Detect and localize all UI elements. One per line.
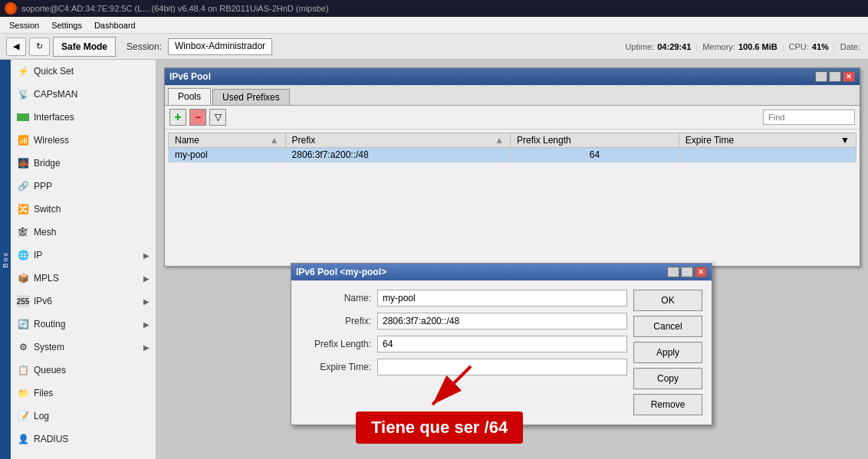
- top-bar: soporte@C4:AD:34:7E:92:5C (L... (64bit) …: [0, 0, 868, 17]
- tab-used-prefixes[interactable]: Used Prefixes: [212, 89, 290, 105]
- menu-dashboard[interactable]: Dashboard: [88, 19, 142, 31]
- name-label: Name:: [301, 293, 377, 303]
- capsman-icon: 📡: [17, 88, 29, 100]
- sidebar-label-interfaces: Interfaces: [34, 112, 74, 123]
- sidebar-item-quick-set[interactable]: ⚡ Quick Set: [11, 60, 156, 83]
- window-controls: _ □ ✕: [815, 71, 855, 82]
- session-label: Session:: [127, 41, 162, 52]
- sidebar-item-system[interactable]: ⚙ System ▶: [11, 336, 156, 359]
- sidebar-label-ipv6: IPv6: [34, 296, 52, 307]
- sidebar: ⚡ Quick Set 📡 CAPsMAN Interfaces 📶 Wirel…: [11, 60, 156, 459]
- sidebar-item-ipv6[interactable]: 255 IPv6 ▶: [11, 290, 156, 313]
- bridge-icon: 🌉: [17, 157, 29, 169]
- mesh-icon: 🕸: [17, 226, 29, 238]
- back-button[interactable]: ◀: [6, 38, 26, 56]
- dialog-maximize-button[interactable]: □: [681, 267, 693, 277]
- sidebar-item-ip[interactable]: 🌐 IP ▶: [11, 244, 156, 267]
- uptime-label: Uptime:: [625, 42, 654, 51]
- name-input[interactable]: [377, 290, 627, 307]
- filter-button[interactable]: ▽: [209, 109, 226, 126]
- sidebar-item-log[interactable]: 📝 Log: [11, 405, 156, 428]
- winbox-label: Box: [2, 251, 9, 268]
- remove-button[interactable]: Remove: [633, 394, 702, 415]
- sidebar-label-routing: Routing: [34, 319, 65, 329]
- switch-icon: 🔀: [17, 203, 29, 215]
- pool-table-container: Name ▲ Prefix ▲ Prefix Length: [165, 130, 860, 166]
- sidebar-item-mpls[interactable]: 📦 MPLS ▶: [11, 267, 156, 290]
- dialog-body: Name: Prefix: Prefix Length: Expire Time…: [291, 280, 712, 425]
- sidebar-item-mesh[interactable]: 🕸 Mesh: [11, 221, 156, 244]
- sidebar-item-switch[interactable]: 🔀 Switch: [11, 198, 156, 221]
- dialog-close-button[interactable]: ✕: [695, 267, 707, 277]
- find-input[interactable]: [763, 110, 855, 125]
- dialog-minimize-button[interactable]: _: [667, 267, 679, 277]
- refresh-button[interactable]: ↻: [29, 38, 50, 56]
- maximize-button[interactable]: □: [829, 71, 841, 82]
- col-name[interactable]: Name ▲: [169, 133, 286, 148]
- memory-value: 100.6 MiB: [738, 42, 778, 51]
- ipv6-pool-titlebar: IPv6 Pool _ □ ✕: [165, 68, 860, 85]
- col-expire-time[interactable]: Expire Time ▼: [679, 133, 856, 148]
- add-pool-button[interactable]: +: [169, 109, 186, 126]
- remove-pool-button[interactable]: −: [189, 109, 206, 126]
- sidebar-item-files[interactable]: 📁 Files: [11, 382, 156, 405]
- sidebar-item-routing[interactable]: 🔄 Routing ▶: [11, 313, 156, 336]
- memory-label: Memory:: [702, 42, 735, 51]
- quick-set-icon: ⚡: [17, 65, 29, 77]
- table-row[interactable]: my-pool 2806:3f7:a200::/48 64: [169, 148, 856, 162]
- svg-line-1: [432, 366, 471, 405]
- dialog-controls: _ □ ✕: [667, 267, 707, 277]
- ipv6-pool-title: IPv6 Pool: [169, 71, 815, 82]
- mpls-icon: 📦: [17, 272, 29, 284]
- routing-icon: 🔄: [17, 318, 29, 330]
- menu-session[interactable]: Session: [3, 19, 45, 31]
- close-button[interactable]: ✕: [843, 71, 855, 82]
- tab-pools[interactable]: Pools: [168, 88, 211, 105]
- cancel-button[interactable]: Cancel: [633, 316, 702, 337]
- apply-button[interactable]: Apply: [633, 342, 702, 363]
- queues-icon: 📋: [17, 364, 29, 376]
- expire-time-label: Expire Time:: [301, 362, 377, 372]
- session-name: Winbox-Administrador: [168, 38, 272, 55]
- sidebar-label-mpls: MPLS: [34, 273, 59, 284]
- sidebar-item-capsman[interactable]: 📡 CAPsMAN: [11, 83, 156, 106]
- log-icon: 📝: [17, 410, 29, 422]
- safe-mode-button[interactable]: Safe Mode: [53, 37, 116, 57]
- sidebar-item-radius[interactable]: 👤 RADIUS: [11, 428, 156, 451]
- col-prefix[interactable]: Prefix ▲: [285, 133, 510, 148]
- red-arrow-svg: [409, 359, 501, 420]
- pool-toolbar: + − ▽: [165, 106, 860, 130]
- sidebar-item-ppp[interactable]: 🔗 PPP: [11, 175, 156, 198]
- sidebar-label-bridge: Bridge: [34, 158, 61, 169]
- prefix-length-input[interactable]: [377, 336, 627, 352]
- row-prefix-length: 64: [511, 148, 679, 162]
- sidebar-item-interfaces[interactable]: Interfaces: [11, 106, 156, 129]
- prefix-sort-icon: ▲: [495, 135, 504, 146]
- sidebar-label-mesh: Mesh: [34, 227, 56, 238]
- menu-bar: Session Settings Dashboard: [0, 17, 868, 34]
- prefix-input[interactable]: [377, 313, 627, 329]
- cpu-value: 41%: [812, 42, 829, 51]
- dropdown-icon[interactable]: ▼: [840, 135, 850, 146]
- pool-table: Name ▲ Prefix ▲ Prefix Length: [168, 133, 856, 162]
- sidebar-label-ppp: PPP: [34, 181, 52, 192]
- cpu-label: CPU:: [789, 42, 809, 51]
- sidebar-label-quick-set: Quick Set: [34, 66, 74, 77]
- ipv6-dialog-titlebar: IPv6 Pool <my-pool> _ □ ✕: [291, 264, 712, 280]
- system-icon: ⚙: [17, 341, 29, 353]
- sidebar-label-system: System: [34, 342, 64, 352]
- ok-button[interactable]: OK: [633, 290, 702, 311]
- col-prefix-length[interactable]: Prefix Length: [511, 133, 679, 148]
- sidebar-item-queues[interactable]: 📋 Queues: [11, 359, 156, 382]
- row-name: my-pool: [169, 148, 286, 162]
- minimize-button[interactable]: _: [815, 71, 827, 82]
- ipv6-pool-window: IPv6 Pool _ □ ✕ Pools Used Prefixes + − …: [164, 67, 860, 267]
- prefix-label: Prefix:: [301, 316, 377, 326]
- row-prefix: 2806:3f7:a200::/48: [285, 148, 510, 162]
- menu-settings[interactable]: Settings: [45, 19, 88, 31]
- sidebar-item-bridge[interactable]: 🌉 Bridge: [11, 152, 156, 175]
- copy-button[interactable]: Copy: [633, 368, 702, 389]
- window-title: soporte@C4:AD:34:7E:92:5C (L... (64bit) …: [21, 4, 329, 13]
- sidebar-item-wireless[interactable]: 📶 Wireless: [11, 129, 156, 152]
- tab-bar: Pools Used Prefixes: [165, 85, 860, 106]
